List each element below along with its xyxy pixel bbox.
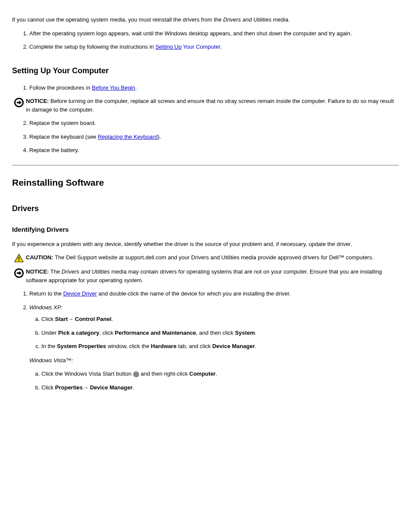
replace-steps: Replace the system board. Replace the ke… xyxy=(12,119,399,155)
intro-step2-post: . xyxy=(220,44,222,50)
notice-block-2: NOTICE: The Drivers and Utilities media … xyxy=(12,268,399,284)
intro-step-2: Complete the setup by following the inst… xyxy=(29,43,399,51)
setting-up-link-2[interactable]: Your Computer xyxy=(183,44,220,50)
intro-text-pre: If you cannot use the operating system m… xyxy=(12,16,223,23)
intro-text-post: media. xyxy=(273,16,290,23)
notice2-em: Drivers and Utilities xyxy=(62,268,110,275)
replace-step-2: Replace the system board. xyxy=(29,119,399,128)
xp-sub-b: Under Pick a category, click Performance… xyxy=(41,329,399,337)
replace-step-4: Replace the battery. xyxy=(29,146,399,155)
intro-step2-pre: Complete the setup by following the inst… xyxy=(29,44,156,50)
divider xyxy=(12,165,399,165)
notice2-pre: The xyxy=(50,268,62,275)
caution-icon xyxy=(12,253,26,262)
replacing-keyboard-link[interactable]: Replacing the Keyboard xyxy=(98,134,158,140)
setting-up-link[interactable]: Setting Up xyxy=(156,44,182,50)
vista-sub-b: Click Properties→ Device Manager. xyxy=(41,383,399,392)
xp-steps: Return to the Device Driver and double-c… xyxy=(12,289,399,351)
xp-step-2: Windows XP: Click Start→ Control Panel. … xyxy=(29,303,399,351)
intro-step1-os: Windows xyxy=(165,30,187,37)
setup-step-1: Follow the procedures in Before You Begi… xyxy=(29,84,399,92)
intro-steps: After the operating system logo appears,… xyxy=(12,29,399,51)
xp-sub-c: In the System Properties window, click t… xyxy=(41,342,399,351)
intro-em: Drivers and Utilities xyxy=(223,16,271,23)
svg-rect-3 xyxy=(19,257,19,259)
identifying-intro: If you experience a problem with any dev… xyxy=(12,240,399,249)
intro-step1-pre: After the operating system logo appears,… xyxy=(29,30,165,37)
device-driver-link[interactable]: Device Driver xyxy=(63,290,97,297)
setup-step1-post: . xyxy=(135,84,137,91)
setting-up-heading: Setting Up Your Computer xyxy=(12,65,399,77)
notice-icon-2 xyxy=(12,268,26,278)
svg-rect-4 xyxy=(19,260,19,261)
notice1-label: NOTICE: xyxy=(26,98,49,104)
intro-step-1: After the operating system logo appears,… xyxy=(29,29,399,38)
notice1-text: Before turning on the computer, replace … xyxy=(26,98,394,113)
caution-text: The Dell Support website at support.dell… xyxy=(55,254,374,261)
identifying-heading: Identifying Drivers xyxy=(12,225,399,235)
vista-substeps: Click the Windows Vista Start button and… xyxy=(29,370,399,392)
xp-sub-a: Click Start→ Control Panel. xyxy=(41,315,399,324)
vista-label: Windows Vista™: xyxy=(29,356,399,365)
drivers-heading: Drivers xyxy=(12,203,399,215)
replace-step-3: Replace the keyboard (see Replacing the … xyxy=(29,133,399,141)
xp-step-1: Return to the Device Driver and double-c… xyxy=(29,289,399,298)
xp-step2-label: Windows XP: xyxy=(29,304,62,311)
vista-start-icon xyxy=(133,371,139,377)
setup-step1-pre: Follow the procedures in xyxy=(29,84,92,91)
caution-block: CAUTION: The Dell Support website at sup… xyxy=(12,253,399,262)
notice-block-1: NOTICE: Before turning on the computer, … xyxy=(12,97,399,114)
replace-step3-post: ). xyxy=(158,134,161,140)
replace-step3-pre: Replace the keyboard (see xyxy=(29,134,98,140)
caution-label: CAUTION: xyxy=(26,254,55,261)
intro-step1-post: desktop appears, and then shut down the … xyxy=(189,30,352,37)
notice2-label: NOTICE: xyxy=(26,268,49,275)
intro-paragraph: If you cannot use the operating system m… xyxy=(12,16,399,24)
xp-step1-pre: Return to the xyxy=(29,290,63,297)
notice-icon xyxy=(12,97,26,108)
xp-step1-post: and double-click the name of the device … xyxy=(98,290,291,297)
vista-sub-a: Click the Windows Vista Start button and… xyxy=(41,370,399,378)
xp-substeps: Click Start→ Control Panel. Under Pick a… xyxy=(29,315,399,351)
setup-steps: Follow the procedures in Before You Begi… xyxy=(12,84,399,92)
before-you-begin-link[interactable]: Before You Begin xyxy=(92,84,135,91)
reinstalling-heading: Reinstalling Software xyxy=(12,176,399,190)
